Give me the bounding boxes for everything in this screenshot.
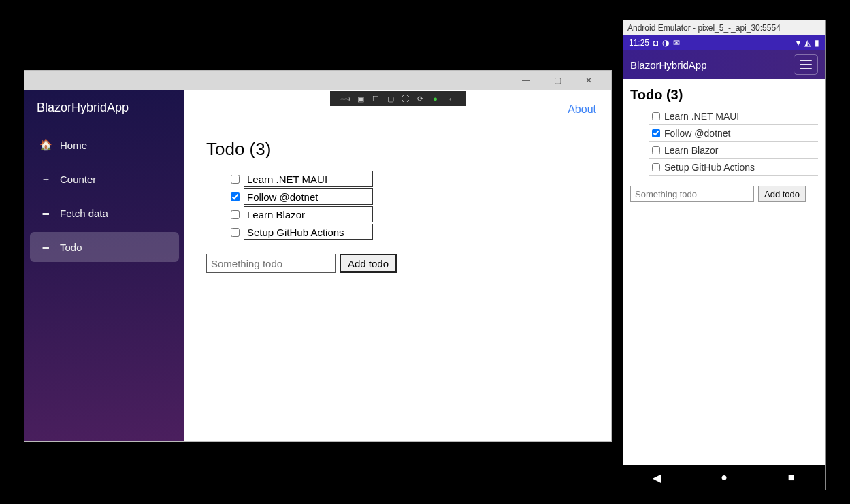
todo-list xyxy=(206,171,611,240)
sidebar-item-counter-icon: ＋ xyxy=(38,173,53,186)
mobile-new-todo-input[interactable] xyxy=(630,186,754,202)
dev-tool-icon[interactable]: ⟿ xyxy=(341,94,350,103)
mobile-todo-row: Learn .NET MAUI xyxy=(649,108,818,125)
window-maximize-button[interactable]: ▢ xyxy=(542,71,573,90)
dev-toolbar[interactable]: ⟿ ▣ ☐ ▢ ⛶ ⟳ ● ‹ xyxy=(330,91,466,106)
page-title: Todo (3) xyxy=(206,139,611,160)
todo-row xyxy=(228,224,611,240)
sidebar-item-label: Home xyxy=(60,139,87,151)
status-icon: ◑ xyxy=(662,38,669,48)
sidebar-item-todo-icon: ≣ xyxy=(38,241,53,253)
sidebar-item-fetch-data-icon: ≣ xyxy=(38,207,53,219)
mobile-todo-label: Learn .NET MAUI xyxy=(664,111,739,122)
sidebar-item-counter[interactable]: ＋Counter xyxy=(30,164,179,194)
todo-checkbox[interactable] xyxy=(231,175,240,184)
hamburger-menu-button[interactable] xyxy=(794,54,818,75)
add-todo-row: Add todo xyxy=(206,254,611,273)
sidebar-nav: 🏠Home＋Counter≣Fetch data≣Todo xyxy=(24,130,184,266)
about-link[interactable]: About xyxy=(568,103,596,115)
mobile-todo-label: Follow @dotnet xyxy=(664,128,730,139)
mobile-todo-row: Setup GitHub Actions xyxy=(649,159,818,176)
sidebar-item-label: Counter xyxy=(60,173,96,185)
mobile-add-todo-button[interactable]: Add todo xyxy=(758,186,806,202)
dev-screen-icon[interactable]: ☐ xyxy=(371,94,380,103)
mobile-todo-row: Follow @dotnet xyxy=(649,125,818,142)
todo-text-input[interactable] xyxy=(244,224,373,240)
status-icon: ✉ xyxy=(673,38,680,48)
todo-checkbox[interactable] xyxy=(231,228,240,237)
todo-text-input[interactable] xyxy=(244,206,373,222)
window-close-button[interactable]: ✕ xyxy=(573,71,604,90)
mobile-todo-row: Learn Blazor xyxy=(649,142,818,159)
status-icon: ◘ xyxy=(653,38,658,48)
todo-checkbox[interactable] xyxy=(231,210,240,219)
mobile-todo-checkbox[interactable] xyxy=(652,146,660,154)
todo-row xyxy=(228,171,611,187)
sidebar: BlazorHybridApp 🏠Home＋Counter≣Fetch data… xyxy=(24,90,184,441)
wifi-icon: ▾ xyxy=(796,38,800,48)
mobile-content: Todo (3) Learn .NET MAUIFollow @dotnetLe… xyxy=(623,79,825,465)
mobile-page-title: Todo (3) xyxy=(630,87,818,103)
main-content-area: ⟿ ▣ ☐ ▢ ⛶ ⟳ ● ‹ About Todo (3) Add todo xyxy=(184,90,611,441)
dev-box-icon[interactable]: ▢ xyxy=(386,94,395,103)
todo-text-input[interactable] xyxy=(244,188,373,205)
mobile-todo-label: Setup GitHub Actions xyxy=(664,162,755,173)
mobile-todo-checkbox[interactable] xyxy=(652,112,660,120)
signal-icon: ◭ xyxy=(804,38,811,48)
dev-status-ok-icon[interactable]: ● xyxy=(431,94,440,103)
sidebar-item-todo[interactable]: ≣Todo xyxy=(30,232,179,262)
todo-text-input[interactable] xyxy=(244,171,373,187)
android-recent-button[interactable]: ■ xyxy=(781,471,802,484)
sidebar-item-label: Todo xyxy=(60,241,82,253)
window-titlebar: — ▢ ✕ xyxy=(24,71,611,90)
sidebar-item-label: Fetch data xyxy=(60,207,108,219)
android-nav-bar: ◀ ● ■ xyxy=(623,465,825,490)
emulator-titlebar: Android Emulator - pixel_5_-_api_30:5554 xyxy=(623,20,825,35)
mobile-todo-list: Learn .NET MAUIFollow @dotnetLearn Blazo… xyxy=(630,108,818,176)
desktop-window: — ▢ ✕ BlazorHybridApp 🏠Home＋Counter≣Fetc… xyxy=(24,71,611,441)
app-title: BlazorHybridApp xyxy=(24,90,184,130)
android-status-bar: 11:25 ◘ ◑ ✉ ▾ ◭ ▮ xyxy=(623,35,825,50)
mobile-todo-checkbox[interactable] xyxy=(652,129,660,137)
dev-camera-icon[interactable]: ▣ xyxy=(356,94,365,103)
mobile-todo-checkbox[interactable] xyxy=(652,163,660,171)
todo-row xyxy=(228,206,611,222)
battery-icon: ▮ xyxy=(815,38,819,48)
dev-crop-icon[interactable]: ⛶ xyxy=(401,94,410,103)
status-time: 11:25 xyxy=(629,38,649,48)
mobile-add-row: Add todo xyxy=(630,186,818,202)
add-todo-button[interactable]: Add todo xyxy=(340,254,397,273)
sidebar-item-fetch-data[interactable]: ≣Fetch data xyxy=(30,198,179,228)
dev-collapse-icon[interactable]: ‹ xyxy=(446,94,455,103)
sidebar-item-home[interactable]: 🏠Home xyxy=(30,130,179,160)
mobile-todo-label: Learn Blazor xyxy=(664,145,718,156)
dev-reload-icon[interactable]: ⟳ xyxy=(416,94,425,103)
new-todo-input[interactable] xyxy=(206,254,336,273)
todo-row xyxy=(228,188,611,205)
android-home-button[interactable]: ● xyxy=(714,471,734,484)
mobile-app-title: BlazorHybridApp xyxy=(630,59,707,71)
sidebar-item-home-icon: 🏠 xyxy=(38,139,53,151)
window-minimize-button[interactable]: — xyxy=(510,71,542,90)
todo-checkbox[interactable] xyxy=(231,192,240,201)
mobile-appbar: BlazorHybridApp xyxy=(623,50,825,79)
android-emulator-window: Android Emulator - pixel_5_-_api_30:5554… xyxy=(623,20,825,490)
android-back-button[interactable]: ◀ xyxy=(647,471,667,484)
